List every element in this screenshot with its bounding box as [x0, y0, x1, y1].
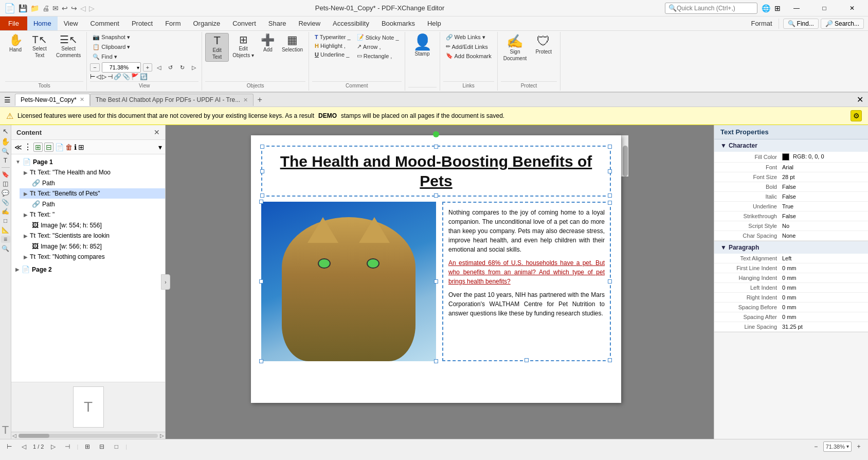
minimize-button[interactable]: —	[785, 0, 808, 16]
thumbnail-icon[interactable]: T	[2, 423, 9, 436]
menu-file[interactable]: File	[0, 16, 27, 30]
find-ribbon-button[interactable]: 🔍 Find ▾	[90, 52, 119, 61]
status-zoom-box[interactable]: 71.38% ▾	[823, 441, 852, 452]
link1-icon[interactable]: 🔗	[114, 73, 121, 80]
tree-text-health[interactable]: ▶ Tt Text: "The Health and Moo	[20, 167, 165, 178]
web-links-button[interactable]: 🔗 Web Links ▾	[443, 33, 494, 42]
measure-icon[interactable]: 📐	[2, 226, 9, 234]
vertical-scrollbar[interactable]	[621, 135, 628, 176]
nav-prev-button[interactable]: ◁	[154, 63, 164, 72]
arrow-button[interactable]: ↗ Arrow ,	[354, 42, 402, 51]
email-icon[interactable]: ✉	[52, 4, 59, 12]
search-button[interactable]: 🔎 Search...	[821, 19, 864, 29]
menu-convert[interactable]: Convert	[226, 16, 262, 30]
quick-launch-input[interactable]	[677, 5, 749, 12]
page-next-icon[interactable]: ▷	[102, 73, 106, 80]
zoom-in-button[interactable]: +	[143, 63, 152, 72]
tree-path2[interactable]: 🔗 Path	[28, 199, 165, 209]
add-edit-links-button[interactable]: ✏ Add/Edit Links	[443, 42, 494, 51]
scroll-left-btn[interactable]: ◁	[12, 433, 16, 438]
save-icon[interactable]: 💾	[19, 4, 27, 12]
sidebar-copy-icon[interactable]: 📄	[55, 143, 64, 151]
add-bookmark-button[interactable]: 🔖 Add Bookmark	[443, 51, 494, 60]
quick-launch-box[interactable]: 🔍	[665, 3, 757, 14]
undo-icon[interactable]: ↩	[62, 4, 68, 12]
menu-view[interactable]: View	[58, 16, 84, 30]
nav-right-button[interactable]: ↻	[177, 63, 187, 72]
nav-next-button[interactable]: ▷	[189, 63, 198, 72]
edit-objects-button[interactable]: ⊞ Edit Objects ▾	[230, 33, 257, 60]
status-fit-btn[interactable]: ⊞	[82, 441, 93, 452]
highlight-button[interactable]: H Highlight ,	[312, 42, 353, 50]
sidebar-info-icon[interactable]: ℹ	[74, 143, 77, 151]
sidebar-menu-icon[interactable]: ⋮	[24, 142, 32, 152]
status-page-end-btn[interactable]: ⊣	[62, 441, 73, 452]
tab-pets-close[interactable]: ✕	[80, 96, 84, 103]
status-page-prev-btn[interactable]: ◁	[19, 441, 29, 452]
tab-ai[interactable]: The Best AI Chatbot App For PDFs - UPDF …	[90, 94, 254, 106]
tree-image2[interactable]: 🖼 Image [w: 566; h: 852]	[28, 241, 165, 252]
sidebar-toggle-icon[interactable]: ≪	[14, 143, 22, 151]
page-prev-icon[interactable]: ◁	[96, 73, 101, 80]
link2-icon[interactable]: 📎	[122, 73, 130, 80]
clipboard-button[interactable]: 📋 Clipboard ▾	[90, 43, 133, 51]
back-icon[interactable]: ◁	[80, 4, 86, 12]
sign-left-icon[interactable]: ✍	[2, 208, 9, 215]
sidebar-close-button[interactable]: ✕	[154, 128, 160, 136]
sidebar-delete-icon[interactable]: 🗑	[65, 143, 73, 151]
form-left-icon[interactable]: □	[4, 217, 7, 224]
sidebar-scroll-icon[interactable]: ▾	[158, 143, 162, 151]
sidebar-expand-icon[interactable]: ⊞	[33, 143, 43, 152]
selection-button[interactable]: ▦ Selection	[279, 33, 305, 54]
protect-button[interactable]: 🛡 Protect	[530, 33, 557, 56]
layers-icon[interactable]: ◫	[3, 180, 8, 187]
tree-text-nothing[interactable]: ▶ Tt Text: "Nothing compares	[20, 252, 165, 262]
menu-protect[interactable]: Protect	[125, 16, 159, 30]
status-fit3-btn[interactable]: □	[111, 441, 121, 452]
stamp-button[interactable]: 👤 Stamp	[408, 33, 437, 58]
status-page-start-btn[interactable]: ⊢	[4, 441, 14, 452]
sign-document-button[interactable]: ✍ Sign Document	[501, 33, 530, 63]
tree-page1[interactable]: ▼ 📄 Page 1	[11, 156, 165, 167]
page-start-icon[interactable]: ⊢	[90, 73, 95, 80]
cursor-tool-icon[interactable]: ↖	[3, 127, 9, 135]
menu-home[interactable]: Home	[27, 16, 58, 30]
status-zoom-in-btn[interactable]: +	[854, 441, 864, 452]
tree-text-benefits[interactable]: ▶ Tt Text: "Benefits of Pets"	[20, 188, 165, 199]
close-button[interactable]: ✕	[840, 0, 864, 16]
tree-path1[interactable]: 🔗 Path	[28, 178, 165, 188]
menu-form[interactable]: Form	[159, 16, 187, 30]
character-section-header[interactable]: ▼ Character	[714, 139, 868, 152]
hand-button[interactable]: ✋ Hand	[5, 33, 26, 54]
menu-format[interactable]: Format	[745, 16, 778, 30]
close-panel-button[interactable]: ✕	[854, 94, 866, 106]
bookmark-left-icon[interactable]: 🔖	[2, 171, 9, 178]
tree-text-scientists[interactable]: ▶ Tt Text: "Scientists are lookin	[20, 231, 165, 241]
menu-comment[interactable]: Comment	[84, 16, 125, 30]
status-zoom-dropdown[interactable]: ▾	[846, 444, 849, 449]
zoom-dropdown-icon[interactable]: ▾	[136, 65, 140, 70]
status-zoom-out-btn[interactable]: −	[811, 441, 821, 452]
add-button[interactable]: ➕ Add	[258, 33, 278, 54]
menu-help[interactable]: Help	[421, 16, 447, 30]
paragraph-section-header[interactable]: ▼ Paragraph	[714, 241, 868, 254]
select-text-button[interactable]: T↖ Select Text	[27, 33, 52, 60]
add-tab-button[interactable]: +	[254, 94, 266, 106]
rectangle-button[interactable]: ▭ Rectangle ,	[354, 51, 402, 60]
tree-page2[interactable]: ▶ 📄 Page 2	[11, 264, 165, 275]
scroll-thumb[interactable]	[623, 146, 628, 176]
comment-left-icon[interactable]: 💬	[2, 189, 9, 197]
snapshot-button[interactable]: 📷 Snapshot ▾	[90, 33, 133, 42]
refresh-icon[interactable]: 🔃	[140, 73, 148, 80]
redo-icon[interactable]: ↪	[71, 4, 77, 12]
find-button[interactable]: 🔍 Find...	[783, 19, 819, 29]
document-scroll[interactable]: The Health and Mood-Boosting Benefits of…	[166, 125, 714, 439]
zoom-input[interactable]	[102, 62, 136, 73]
menu-review[interactable]: Review	[292, 16, 327, 30]
tree-image1[interactable]: 🖼 Image [w: 554; h: 556]	[28, 220, 165, 231]
flag-icon[interactable]: 🚩	[131, 73, 139, 80]
tree-text-quote[interactable]: ▶ Tt Text: "	[20, 209, 165, 220]
sidebar-collapse-arrow[interactable]: ›	[161, 274, 170, 290]
search-left-icon[interactable]: 🔍	[2, 245, 9, 252]
zoom-tool-icon[interactable]: 🔍	[2, 148, 9, 155]
